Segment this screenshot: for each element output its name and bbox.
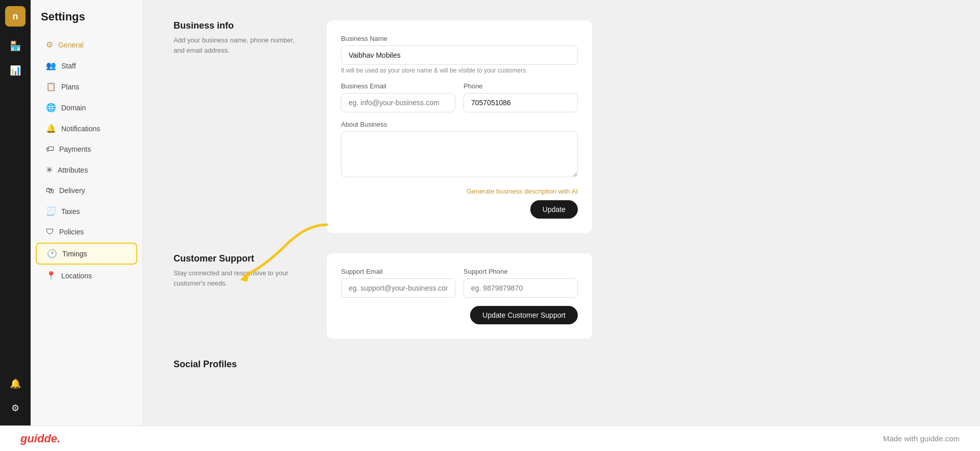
- made-with-text: Made with guidde.com: [883, 434, 960, 443]
- attributes-icon: ✳: [46, 165, 53, 175]
- guidde-logo: guidde.: [20, 432, 60, 445]
- payments-icon: 🏷: [46, 145, 54, 154]
- sidebar-label-locations: Locations: [61, 272, 92, 280]
- sidebar-label-general: General: [58, 41, 84, 49]
- notifications-icon: 🔔: [46, 124, 56, 133]
- sidebar-item-policies[interactable]: 🛡 Policies: [36, 222, 137, 242]
- support-email-label: Support Email: [341, 268, 455, 275]
- taxes-icon: 🧾: [46, 206, 56, 216]
- email-phone-row: Business Email Phone: [341, 82, 578, 121]
- business-name-input[interactable]: [341, 45, 578, 65]
- ai-link[interactable]: Generate business description with AI: [341, 187, 578, 195]
- business-email-group: Business Email: [341, 82, 455, 112]
- customer-support-title: Customer Support: [174, 253, 306, 264]
- update-button[interactable]: Update: [530, 200, 578, 219]
- sidebar-item-locations[interactable]: 📍 Locations: [36, 266, 137, 286]
- phone-input[interactable]: [463, 93, 578, 112]
- business-name-group: Business Name It will be used as your st…: [341, 35, 578, 74]
- sidebar-label-payments: Payments: [59, 145, 91, 153]
- store-icon[interactable]: 🏪: [4, 35, 27, 57]
- support-phone-group: Support Phone: [463, 268, 578, 298]
- business-name-label: Business Name: [341, 35, 578, 42]
- sidebar-item-timings[interactable]: 🕐 Timings: [36, 243, 137, 265]
- app-logo[interactable]: n: [5, 6, 26, 27]
- locations-icon: 📍: [46, 271, 56, 280]
- customer-support-section: Customer Support Stay connected and resp…: [174, 253, 949, 339]
- sidebar-label-staff: Staff: [61, 62, 76, 70]
- general-icon: ⚙: [46, 40, 53, 50]
- sidebar-label-domain: Domain: [61, 104, 86, 112]
- customer-support-text: Stay connected and responsive to your cu…: [174, 268, 306, 288]
- sidebar-label-timings: Timings: [62, 250, 87, 258]
- phone-group: Phone: [463, 82, 578, 112]
- page-title: Settings: [31, 10, 142, 34]
- social-profiles-title: Social Profiles: [174, 359, 306, 370]
- support-email-phone-row: Support Email Support Phone: [341, 268, 578, 306]
- business-info-desc: Business info Add your business name, ph…: [174, 20, 306, 233]
- sidebar-item-taxes[interactable]: 🧾 Taxes: [36, 201, 137, 221]
- update-customer-support-button[interactable]: Update Customer Support: [470, 306, 578, 324]
- about-business-input[interactable]: [341, 131, 578, 177]
- update-support-btn-row: Update Customer Support: [341, 306, 578, 324]
- sidebar-label-delivery: Delivery: [59, 186, 85, 195]
- sidebar-item-attributes[interactable]: ✳ Attributes: [36, 160, 137, 180]
- sidebar-item-notifications[interactable]: 🔔 Notifications: [36, 118, 137, 138]
- timings-icon: 🕐: [47, 249, 57, 258]
- gear-icon[interactable]: ⚙: [4, 397, 27, 419]
- sidebar-item-delivery[interactable]: 🛍 Delivery: [36, 181, 137, 200]
- social-profiles-section: Social Profiles: [174, 359, 949, 374]
- business-info-card: Business Name It will be used as your st…: [327, 20, 592, 233]
- domain-icon: 🌐: [46, 103, 56, 112]
- business-email-input[interactable]: [341, 93, 455, 112]
- customer-support-desc: Customer Support Stay connected and resp…: [174, 253, 306, 339]
- sidebar-item-payments[interactable]: 🏷 Payments: [36, 139, 137, 159]
- sidebar-item-plans[interactable]: 📋 Plans: [36, 77, 137, 97]
- sidebar-item-domain[interactable]: 🌐 Domain: [36, 98, 137, 117]
- support-email-group: Support Email: [341, 268, 455, 298]
- plans-icon: 📋: [46, 82, 56, 91]
- business-info-section: Business info Add your business name, ph…: [174, 20, 949, 233]
- staff-icon: 👥: [46, 61, 56, 70]
- update-btn-row: Update: [341, 200, 578, 219]
- sidebar-label-taxes: Taxes: [61, 207, 80, 216]
- policies-icon: 🛡: [46, 227, 54, 236]
- sidebar-label-plans: Plans: [61, 83, 79, 91]
- support-phone-input[interactable]: [463, 278, 578, 298]
- sidebar-label-policies: Policies: [59, 228, 84, 236]
- business-info-title: Business info: [174, 20, 306, 31]
- support-email-input[interactable]: [341, 278, 455, 298]
- about-business-group: About Business: [341, 121, 578, 179]
- analytics-icon[interactable]: 📊: [4, 59, 27, 82]
- social-profiles-desc: Social Profiles: [174, 359, 306, 374]
- icon-sidebar: n 🏪 📊 🔔 ⚙: [0, 0, 31, 425]
- about-business-label: About Business: [341, 121, 578, 128]
- settings-sidebar: Settings ⚙ General 👥 Staff 📋 Plans 🌐 Dom…: [31, 0, 143, 425]
- main-content: Business info Add your business name, ph…: [143, 0, 980, 425]
- sidebar-item-staff[interactable]: 👥 Staff: [36, 56, 137, 76]
- support-phone-label: Support Phone: [463, 268, 578, 275]
- bell-icon[interactable]: 🔔: [4, 372, 27, 395]
- business-name-helper: It will be used as your store name & wil…: [341, 67, 578, 74]
- footer: guidde. Made with guidde.com: [0, 425, 980, 451]
- sidebar-item-general[interactable]: ⚙ General: [36, 35, 137, 55]
- sidebar-label-attributes: Attributes: [58, 166, 88, 174]
- delivery-icon: 🛍: [46, 186, 54, 195]
- sidebar-label-notifications: Notifications: [61, 125, 100, 133]
- phone-label: Phone: [463, 82, 578, 90]
- customer-support-card: Support Email Support Phone Update Custo…: [327, 253, 592, 339]
- business-info-text: Add your business name, phone number, an…: [174, 35, 306, 55]
- business-email-label: Business Email: [341, 82, 455, 90]
